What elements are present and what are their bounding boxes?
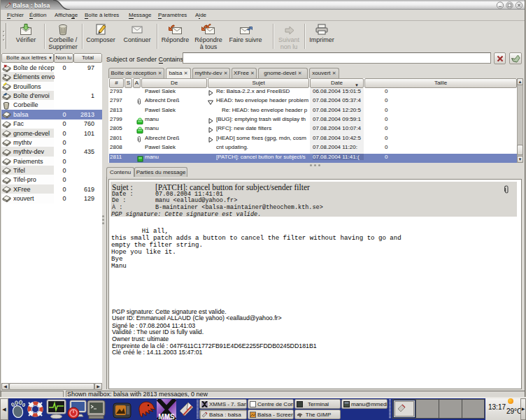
svg-text:MMS: MMS <box>158 413 175 420</box>
